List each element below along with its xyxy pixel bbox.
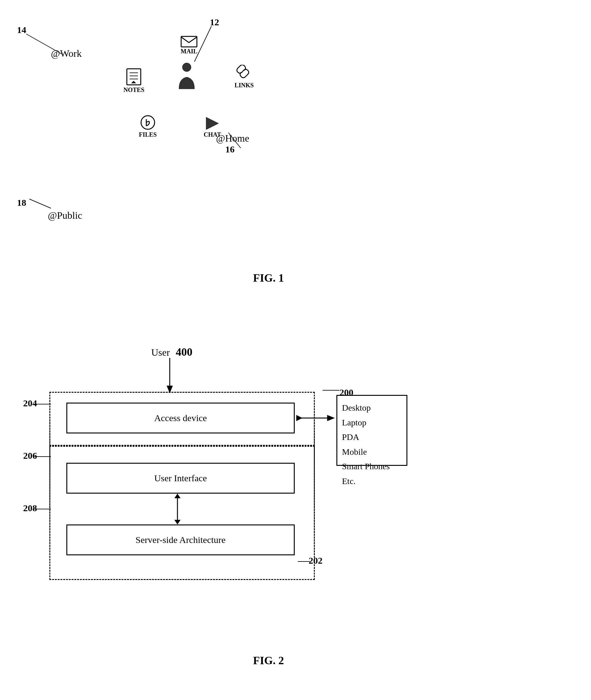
svg-line-12 <box>29 199 51 208</box>
user-down-arrow <box>163 358 176 395</box>
device-pda: PDA <box>342 430 402 444</box>
svg-point-9 <box>141 116 154 129</box>
ref-206-label: 206 <box>23 450 37 461</box>
notes-label: NOTES <box>123 86 144 93</box>
fig2-section: User 400 200 Access device User Interfac… <box>0 339 591 700</box>
user-label-group: User 400 <box>151 346 192 358</box>
fig1-caption: FIG. 1 <box>253 272 284 284</box>
device-etc: Etc. <box>342 474 402 489</box>
label-12-group: 12 <box>210 17 219 27</box>
links-label: LINKS <box>235 82 254 89</box>
device-laptop: Laptop <box>342 415 402 430</box>
mail-label: MAIL <box>181 48 197 55</box>
ref-208-label: 208 <box>23 503 37 513</box>
device-mobile: Mobile <box>342 444 402 460</box>
ref-204-label: 204 <box>23 398 37 409</box>
at-public-label: @Public <box>48 210 82 221</box>
label-18-group: 18 <box>17 198 26 208</box>
ref-14: 14 <box>17 25 26 35</box>
fig1-section: 14 @Work 12 MAIL <box>0 0 591 339</box>
files-icon <box>140 114 155 131</box>
svg-point-8 <box>182 63 191 72</box>
fig2-caption: FIG. 2 <box>253 654 284 667</box>
user-ref: 400 <box>176 346 192 358</box>
user-interface-box: User Interface <box>66 463 295 494</box>
files-label: FILES <box>139 131 157 138</box>
person-svg <box>174 62 199 89</box>
chat-icon <box>205 116 220 131</box>
devices-box: Desktop Laptop PDA Mobile Smart Phones E… <box>336 395 407 466</box>
ref-12: 12 <box>210 17 219 27</box>
person-icon <box>174 62 199 91</box>
at-home-group: @Home 16 <box>216 133 249 154</box>
ref-16: 16 <box>225 144 235 154</box>
notes-icon <box>125 68 142 86</box>
at-work-label: @Work <box>51 48 82 59</box>
device-desktop: Desktop <box>342 401 402 415</box>
svg-marker-18 <box>327 415 335 421</box>
svg-marker-7 <box>131 81 136 83</box>
svg-rect-2 <box>181 37 197 47</box>
ref-18: 18 <box>17 198 26 208</box>
server-side-box: Server-side Architecture <box>66 524 295 555</box>
links-icon <box>236 65 253 82</box>
files-icon-item: FILES <box>139 114 157 138</box>
line-14-work <box>0 0 154 77</box>
label-14-group: 14 <box>17 25 26 35</box>
notes-icon-item: NOTES <box>123 68 144 93</box>
mail-icon-item: MAIL <box>181 34 198 55</box>
mail-icon <box>181 34 198 48</box>
user-label: User <box>151 347 170 358</box>
links-icon-item: LINKS <box>235 65 254 89</box>
access-device-box: Access device <box>66 403 295 433</box>
device-smartphones: Smart Phones <box>342 459 402 474</box>
at-home-label: @Home <box>216 133 249 144</box>
ref-202-label: 202 <box>309 555 323 566</box>
svg-marker-10 <box>206 117 218 130</box>
